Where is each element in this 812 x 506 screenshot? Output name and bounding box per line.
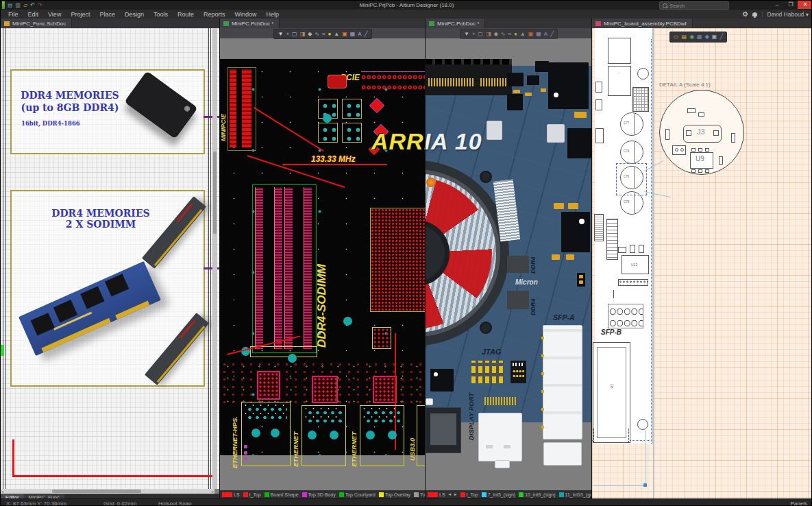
sodimm-pads [284,187,293,349]
sodimm-socket-image [142,196,206,269]
grid-icon[interactable]: ▦ [536,32,541,37]
v-scroll-thumb[interactable] [213,152,217,234]
render-icon[interactable]: ◨ [486,32,491,37]
layer-tab-t_Top[interactable]: t_Top [243,492,261,497]
select-icon[interactable]: ▢ [478,32,484,37]
panels-button[interactable]: Panels [791,501,807,506]
layer-tab-7_int5_(sign)[interactable]: 7_int5_(sign) [482,492,515,497]
menu-window[interactable]: Window [230,11,262,18]
menu-reports[interactable]: Reports [199,11,230,18]
chip-hole [183,105,190,112]
bell-icon[interactable] [752,12,757,16]
layer-tab-11_int10_(gnd)[interactable]: 11_int10_(gnd) [559,492,592,497]
component-outline [608,38,631,64]
tab-pcbdoc-2d[interactable]: MiniPC.PcbDoc * [220,19,280,28]
tab-pcbdoc-3d[interactable]: MiniPC.PcbDoc * [426,19,485,28]
layer-tab-Top Overlay[interactable]: Top Overlay [379,492,410,497]
layer-tab-LS[interactable]: LS [428,492,445,497]
menu-file[interactable]: File [3,11,23,18]
pad [698,148,702,152]
select-icon[interactable]: ▢ [292,32,297,37]
sodimm-pads [274,187,282,349]
search-input[interactable]: Search [659,1,729,10]
text-icon[interactable]: A [358,32,361,37]
polygon-icon[interactable]: ▲ [334,32,339,37]
ddr4-memories-box[interactable]: DDR4 MEMORIES (up to 8GB DDR4) 16bit, DD… [10,69,205,154]
maximize-button[interactable]: ❐ [785,1,796,9]
qfp-chip [373,376,397,403]
scroll-right-icon[interactable]: ▸ [212,489,214,494]
room-icon[interactable]: ▣ [528,32,534,37]
polygon-icon[interactable]: ▲ [520,32,526,37]
wave-icon[interactable]: ∿ [501,32,506,37]
scroll-left-icon[interactable]: ◂ [1,489,3,494]
layer-tab-◂[interactable]: ◂ [449,492,452,497]
via-icon[interactable]: ● [328,32,331,37]
layer-tab-10_int9_(sign)[interactable]: 10_int9_(sign) [519,492,555,497]
filter-icon[interactable]: ▼ [278,32,283,37]
layer-tab-t_Top[interactable]: t_Top [460,492,478,497]
schematic-sheet[interactable]: DDR4 MEMORIES (up to 8GB DDR4) 16bit, DD… [1,28,219,489]
layer-tab-Top 3D Body[interactable]: Top 3D Body [302,492,336,497]
room-icon[interactable]: ▣ [342,32,347,37]
layer-tab-LS[interactable]: LS [222,492,240,497]
line-icon[interactable]: ╱ [365,32,368,37]
pcb-canvas[interactable]: MINIPCIE PCIE 133.33 MHz DDR4-SODIMM [220,59,426,455]
vertex-handle[interactable] [643,483,647,487]
v-scrollbar[interactable] [212,28,217,489]
menu-project[interactable]: Project [66,11,95,18]
sfp-cage [543,325,582,439]
save-icon[interactable]: ▦ [697,34,702,40]
measure-icon[interactable]: ≈ [322,32,325,37]
tab-pcbdwf[interactable]: MiniPC_board_assembly.PCBDwf [592,19,693,28]
menu-route[interactable]: Route [173,11,199,18]
window2-icon[interactable]: ▣ [712,34,717,40]
menu-view[interactable]: View [43,11,66,18]
menu-tools[interactable]: Tools [149,11,173,18]
gear-icon[interactable]: ⚙ [742,10,748,18]
filter-icon[interactable]: ▼ [464,32,469,37]
layer-tab-▸[interactable]: ▸ [454,492,457,497]
h-scrollbar[interactable]: ◂ ▸ [1,489,214,494]
component-icon[interactable]: ◆ [308,32,312,37]
component-icon[interactable]: ◆ [494,32,498,37]
editor-tab[interactable]: Editor [1,494,24,498]
globe-icon[interactable]: ◉ [689,34,694,40]
sodimm-pads [255,187,263,349]
via-icon[interactable]: ● [514,32,517,37]
usb-opening [430,413,456,445]
menu-edit[interactable]: Edit [23,11,44,18]
tool-icon[interactable]: ◆ [705,34,709,40]
doc-bottom-tab[interactable]: MiniPC_Func [24,494,64,498]
h-scroll-thumb[interactable] [52,490,141,493]
text-icon[interactable]: A [544,32,548,37]
menu-design[interactable]: Design [120,11,149,18]
wave-icon[interactable]: ∿ [315,32,319,37]
menu-help[interactable]: Help [262,11,284,18]
cap-bank-outline [608,304,643,328]
pencil-icon[interactable]: ╱ [719,34,723,40]
trace [254,107,324,152]
leader-line [645,430,646,485]
measure-icon[interactable]: ≈ [508,32,511,37]
pin1-dot [434,372,438,376]
move-icon[interactable]: + [472,32,476,37]
tab-schdoc[interactable]: MiniPC_Func.SchDoc [1,19,72,28]
layer-tab-Top Courtyard[interactable]: Top Courtyard [339,492,376,497]
displayport-connector [478,413,522,461]
layers-icon[interactable]: ▤ [682,34,687,40]
layer-tab-Top Paste[interactable]: Top Paste [414,492,426,497]
user-menu[interactable]: David Haboud ▾ [767,11,809,18]
box1-title-2: (up to 8GB DDR4) [19,102,121,113]
close-button[interactable]: ✕ [798,1,812,9]
menu-place[interactable]: Place [95,11,120,18]
move-icon[interactable]: + [286,32,289,37]
hole-outline [637,419,648,430]
layer-tab-Board Shape[interactable]: Board Shape [264,492,299,497]
sodimm-box[interactable]: DDR4 MEMORIES 2 X SODIMM [10,190,205,387]
render-icon[interactable]: ◨ [300,32,306,37]
line-icon[interactable]: ╱ [550,32,554,37]
frame-icon[interactable]: ▭ [674,34,679,40]
minimize-button[interactable]: – [772,1,783,9]
grid-icon[interactable]: ▦ [350,32,356,37]
